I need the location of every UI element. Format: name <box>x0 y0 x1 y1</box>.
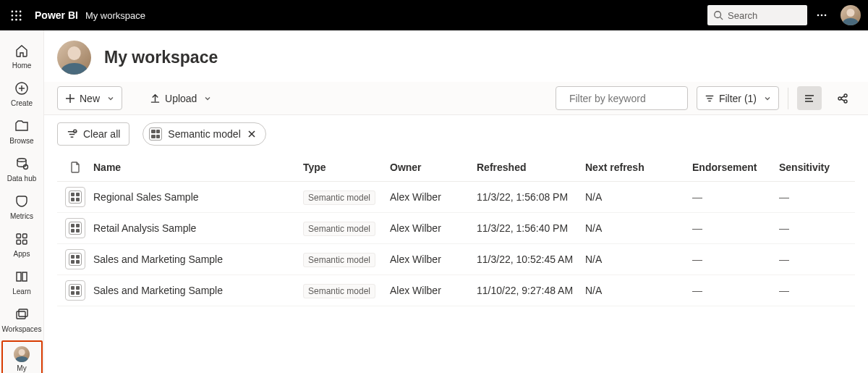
chip-remove-icon[interactable] <box>247 129 258 139</box>
metrics-icon <box>13 193 30 210</box>
cell-next: N/A <box>585 285 692 296</box>
semantic-model-icon <box>65 218 85 238</box>
nav-workspaces[interactable]: Workspaces <box>0 301 44 339</box>
svg-line-10 <box>720 17 723 20</box>
svg-point-6 <box>11 18 13 20</box>
svg-point-12 <box>821 14 823 17</box>
cell-name[interactable]: Sales and Marketing Sample <box>93 285 303 296</box>
top-bar: Power BI My workspace Search <box>0 0 868 30</box>
cell-refreshed: 11/3/22, 1:56:08 PM <box>477 191 585 203</box>
cell-refreshed: 11/3/22, 1:56:40 PM <box>477 222 585 234</box>
topbar-workspace-label[interactable]: My workspace <box>85 10 145 21</box>
semantic-model-icon <box>149 127 162 141</box>
svg-line-39 <box>841 99 844 101</box>
col-sensitivity[interactable]: Sensitivity <box>779 162 851 173</box>
datahub-icon <box>13 155 30 172</box>
nav-label: Apps <box>14 250 30 258</box>
clear-all-label: Clear all <box>83 128 120 140</box>
table-row[interactable]: Retail Analysis Sample Semantic model Al… <box>57 213 855 244</box>
table-row[interactable]: Regional Sales Sample Semantic model Ale… <box>57 182 855 213</box>
table-row[interactable]: Sales and Marketing Sample Semantic mode… <box>57 275 855 306</box>
col-endorsement[interactable]: Endorsement <box>692 162 779 173</box>
chip-label: Semantic model <box>168 128 240 140</box>
global-search[interactable]: Search <box>707 5 807 25</box>
cell-next: N/A <box>585 253 692 265</box>
nav-browse[interactable]: Browse <box>0 113 44 151</box>
svg-point-35 <box>838 97 841 100</box>
cell-refreshed: 11/10/22, 9:27:48 AM <box>477 285 585 296</box>
nav-my-workspace[interactable]: My workspace <box>1 340 43 373</box>
nav-create[interactable]: Create <box>0 75 44 113</box>
clear-all-button[interactable]: Clear all <box>57 122 129 146</box>
svg-rect-21 <box>17 240 21 245</box>
svg-point-8 <box>19 18 21 20</box>
page-title: My workspace <box>104 48 218 67</box>
filter-field[interactable] <box>569 93 696 104</box>
create-icon <box>13 80 30 97</box>
workspaces-icon <box>13 306 30 323</box>
svg-rect-22 <box>23 240 27 245</box>
svg-point-1 <box>15 10 17 12</box>
cell-next: N/A <box>585 222 692 234</box>
cell-next: N/A <box>585 191 692 203</box>
user-avatar[interactable] <box>841 5 861 25</box>
separator <box>788 88 788 109</box>
cell-endorsement: — <box>692 253 779 265</box>
new-label: New <box>80 93 100 104</box>
col-name[interactable]: Name <box>93 162 303 173</box>
upload-label: Upload <box>165 93 197 104</box>
nav-apps[interactable]: Apps <box>0 226 44 264</box>
svg-rect-20 <box>23 234 27 238</box>
cell-sensitivity: — <box>779 253 851 265</box>
table-row[interactable]: Sales and Marketing Sample Semantic mode… <box>57 244 855 275</box>
cell-sensitivity: — <box>779 285 851 296</box>
nav-learn[interactable]: Learn <box>0 264 44 301</box>
cell-refreshed: 11/3/22, 10:52:45 AM <box>477 253 585 265</box>
svg-point-36 <box>844 94 847 97</box>
cell-sensitivity: — <box>779 222 851 234</box>
cell-endorsement: — <box>692 285 779 296</box>
cell-owner: Alex Wilber <box>390 222 477 234</box>
svg-rect-19 <box>17 234 21 238</box>
semantic-model-icon <box>65 187 85 207</box>
column-icon <box>57 162 93 173</box>
svg-rect-23 <box>17 311 25 319</box>
svg-point-3 <box>11 14 13 17</box>
cell-name[interactable]: Retail Analysis Sample <box>93 222 303 234</box>
list-view-button[interactable] <box>797 86 822 110</box>
table-header: Name Type Owner Refreshed Next refresh E… <box>57 153 855 182</box>
new-button[interactable]: New <box>57 86 122 110</box>
nav-datahub[interactable]: Data hub <box>0 151 44 188</box>
col-type[interactable]: Type <box>303 162 390 173</box>
cell-endorsement: — <box>692 222 779 234</box>
svg-rect-24 <box>19 309 27 317</box>
cell-endorsement: — <box>692 191 779 203</box>
nav-label: Workspaces <box>2 325 42 333</box>
nav-label: Home <box>12 62 32 70</box>
nav-label: Create <box>11 99 33 107</box>
cell-name[interactable]: Regional Sales Sample <box>93 191 303 203</box>
nav-home[interactable]: Home <box>0 38 44 75</box>
browse-icon <box>13 117 30 135</box>
col-refreshed[interactable]: Refreshed <box>477 162 585 173</box>
workspace-header: My workspace <box>44 30 868 82</box>
filter-button[interactable]: Filter (1) <box>697 86 779 110</box>
more-options-icon[interactable] <box>812 9 832 21</box>
toolbar: New Upload Filter (1) <box>44 82 868 115</box>
filter-keyword-input[interactable] <box>556 86 688 110</box>
svg-point-4 <box>15 14 17 17</box>
svg-point-13 <box>825 14 827 17</box>
lineage-view-button[interactable] <box>830 86 855 110</box>
cell-owner: Alex Wilber <box>390 253 477 265</box>
col-next[interactable]: Next refresh <box>585 162 692 173</box>
col-owner[interactable]: Owner <box>390 162 477 173</box>
svg-point-0 <box>11 10 13 12</box>
cell-name[interactable]: Sales and Marketing Sample <box>93 253 303 265</box>
svg-point-5 <box>19 14 21 17</box>
semantic-model-icon <box>65 249 85 269</box>
home-icon <box>13 42 30 59</box>
app-launcher-icon[interactable] <box>7 7 25 24</box>
apps-icon <box>13 230 30 248</box>
upload-button[interactable]: Upload <box>142 86 218 110</box>
nav-metrics[interactable]: Metrics <box>0 188 44 226</box>
